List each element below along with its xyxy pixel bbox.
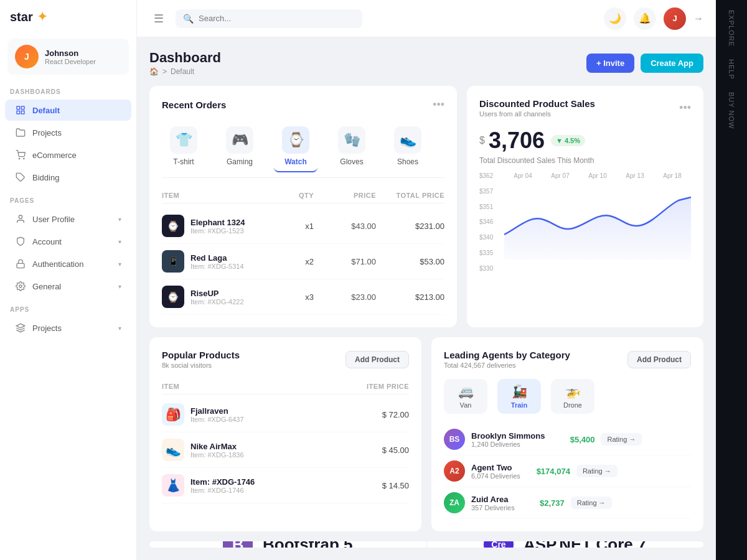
section-dashboards: DASHBOARDS — [0, 80, 136, 99]
page-content: Dashboard 🏠 > Default + Invite Create Ap… — [137, 37, 716, 560]
product-row-1: 👟 Nike AirMax Item: #XDG-1836 $ 45.00 — [162, 432, 409, 468]
price-0: $43.00 — [314, 222, 376, 231]
chart-y-labels: $362 $357 $351 $346 $340 $335 $330 — [479, 172, 493, 272]
discount-badge: ▼ 4.5% — [551, 135, 585, 146]
agent-avatar-0: BS — [444, 429, 465, 450]
product-price-1: $ 45.00 — [334, 446, 409, 455]
svg-rect-2 — [17, 111, 20, 114]
page-header: Dashboard 🏠 > Default + Invite Create Ap… — [149, 50, 703, 76]
product-info-0: Fjallraven Item: #XDG-6437 — [190, 406, 244, 423]
agent-row-2: ZA Zuid Area 357 Deliveries $2,737 Ratin… — [444, 487, 691, 519]
bootstrap-icon: B — [223, 541, 253, 548]
search-box[interactable]: 🔍 — [176, 9, 362, 28]
sidebar-item-label-user-profile: User Profile — [32, 215, 112, 224]
y-label-2: $351 — [479, 203, 493, 210]
invite-button[interactable]: + Invite — [586, 54, 634, 73]
table-row: ⌚ Elephant 1324 Item: #XDG-1523 x1 $43.0… — [162, 208, 444, 244]
order-item-1: 📱 Red Laga Item: #XDG-5314 — [162, 250, 264, 273]
sidebar-item-general[interactable]: General ▾ — [5, 276, 131, 297]
rating-button-0[interactable]: Rating → — [601, 433, 642, 446]
panel-help[interactable]: Help — [728, 59, 735, 80]
discount-card-menu-icon[interactable]: ••• — [679, 101, 691, 114]
tab-watch[interactable]: ⌚ Watch — [274, 121, 317, 172]
product-icon-2: 👗 — [162, 474, 184, 497]
topbar-avatar[interactable]: J — [664, 7, 686, 30]
sidebar-item-default[interactable]: Default — [5, 100, 131, 121]
panel-explore[interactable]: Explore — [728, 10, 735, 47]
orders-table-header: ITEM QTY PRICE TOTAL PRICE — [162, 188, 444, 203]
create-app-button[interactable]: Create App — [641, 54, 703, 73]
theme-toggle-button[interactable]: 🌙 — [604, 7, 626, 30]
discount-value: 3,706 — [489, 128, 545, 154]
tab-tshirt[interactable]: 👕 T-shirt — [162, 121, 205, 172]
product-name-1: Nike AirMax — [190, 442, 244, 451]
add-agent-button[interactable]: Add Product — [627, 351, 691, 368]
chevron-down-icon-3: ▾ — [118, 261, 121, 268]
lock-icon — [15, 258, 26, 269]
tab-gaming-label: Gaming — [227, 157, 253, 166]
page-title: Dashboard — [149, 50, 221, 66]
tab-gaming[interactable]: 🎮 Gaming — [218, 121, 261, 172]
card-menu-icon[interactable]: ••• — [433, 98, 444, 111]
agent-name-1: Agent Two — [471, 463, 520, 472]
discount-chart: $362 $357 $351 $346 $340 $335 $330 — [479, 172, 691, 272]
aspnet-banner: Cre ASP.NET Core 7 — [427, 541, 704, 548]
discount-sales-subtitle: Users from all channels — [479, 110, 595, 118]
page-title-group: Dashboard 🏠 > Default — [149, 50, 221, 76]
product-id-0: Item: #XDG-6437 — [190, 416, 244, 423]
tab-gloves[interactable]: 🧤 Gloves — [330, 121, 374, 172]
panel-buy-now[interactable]: Buy now — [728, 92, 735, 129]
product-row-0: 🎒 Fjallraven Item: #XDG-6437 $ 72.00 — [162, 397, 409, 432]
tab-shoes[interactable]: 👟 Shoes — [386, 121, 430, 172]
products-title-group: Popular Products 8k social visitors — [162, 350, 240, 369]
total-2: $213.00 — [376, 292, 444, 302]
sidebar-item-authentication[interactable]: Authentication ▾ — [5, 253, 131, 274]
product-id-1: Item: #XDG-1836 — [190, 451, 244, 459]
tab-shoes-label: Shoes — [397, 157, 418, 166]
sidebar-item-bidding[interactable]: Bidding — [5, 167, 131, 188]
topbar-arrow-icon[interactable]: → — [693, 13, 703, 24]
chevron-down-icon-4: ▾ — [118, 283, 121, 290]
svg-marker-10 — [16, 324, 24, 328]
sidebar-item-user-profile[interactable]: User Profile ▾ — [5, 208, 131, 230]
aspnet-label: ASP.NET Core 7 — [524, 541, 646, 548]
rating-button-1[interactable]: Rating → — [576, 465, 618, 477]
agent-deliveries-0: 1,240 Deliveries — [471, 441, 545, 448]
tshirt-icon: 👕 — [170, 126, 197, 154]
main-content: ☰ 🔍 🌙 🔔 J → Dashboard 🏠 > Default — [137, 0, 716, 560]
sidebar-item-apps-projects[interactable]: Projects ▾ — [5, 317, 131, 338]
tab-watch-label: Watch — [284, 157, 307, 166]
tab-van[interactable]: 🚐 Van — [444, 379, 487, 414]
sidebar-item-projects[interactable]: Projects — [5, 122, 131, 143]
sidebar: star ✦ J Johnson React Developer DASHBOA… — [0, 0, 137, 560]
sidebar-item-label-projects-dash: Projects — [32, 128, 121, 138]
product-icon-1: 👟 — [162, 439, 184, 461]
discount-amount: $ 3,706 — [479, 128, 545, 154]
sidebar-item-ecommerce[interactable]: eCommerce — [5, 144, 131, 166]
product-price-0: $ 72.00 — [334, 410, 409, 419]
notifications-button[interactable]: 🔔 — [634, 7, 656, 30]
add-product-button[interactable]: Add Product — [345, 351, 409, 368]
agent-info-0: Brooklyn Simmons 1,240 Deliveries — [471, 431, 545, 448]
user-card[interactable]: J Johnson React Developer — [7, 39, 129, 75]
toggle-sidebar-button[interactable]: ☰ — [149, 9, 168, 28]
tab-drone[interactable]: 🚁 Drone — [551, 379, 594, 414]
breadcrumb: 🏠 > Default — [149, 67, 221, 76]
agents-title: Leading Agents by Category — [444, 350, 570, 360]
table-row: 📱 Red Laga Item: #XDG-5314 x2 $71.00 $53… — [162, 244, 444, 279]
product-info-2: Item: #XDG-1746 Item: #XDG-1746 — [190, 477, 255, 494]
y-label-4: $340 — [479, 234, 493, 241]
search-input[interactable] — [199, 14, 355, 23]
van-icon: 🚐 — [458, 384, 474, 399]
breadcrumb-home[interactable]: 🏠 — [149, 67, 159, 76]
tab-van-label: Van — [460, 401, 472, 409]
order-tabs: 👕 T-shirt 🎮 Gaming ⌚ Watch 🧤 Gloves — [162, 121, 444, 178]
item-name-0: Elephant 1324 — [190, 218, 245, 227]
aspnet-icon: Cre — [484, 541, 514, 548]
sidebar-item-label-default: Default — [32, 106, 121, 115]
rating-button-2[interactable]: Rating → — [571, 497, 612, 509]
tab-train[interactable]: 🚂 Train — [497, 379, 541, 414]
agent-info-2: Zuid Area 357 Deliveries — [471, 495, 515, 511]
sidebar-item-account[interactable]: Account ▾ — [5, 231, 131, 252]
item-name-1: Red Laga — [190, 253, 244, 263]
